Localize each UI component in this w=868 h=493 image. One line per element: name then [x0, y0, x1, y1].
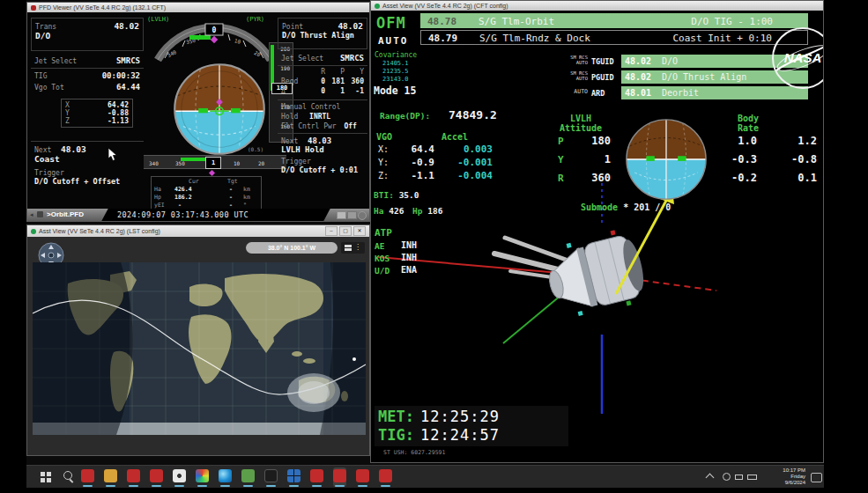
- arc-heading-box: 0: [212, 26, 217, 34]
- rate-y-2: -0.8: [764, 153, 817, 166]
- ha-unit: km: [243, 186, 250, 193]
- ctrl-jet-select-label: Jet Select: [281, 55, 323, 63]
- asset-titlebar[interactable]: Asset View (VV SeTe 4.4 RC 2g) (CFT conf…: [371, 1, 823, 11]
- covariance-value-3: 23143.0: [382, 76, 409, 83]
- delta-y: -1: [345, 87, 364, 95]
- app-icon-telemetry-6[interactable]: [379, 467, 392, 487]
- atp-kos-value: INH: [401, 253, 417, 262]
- yaw-tick-350: 350: [175, 160, 185, 166]
- ground-track-window: Asst View (VV SeTe 4.4 RC 2g) (LST confi…: [26, 224, 370, 456]
- battery-icon[interactable]: [747, 475, 757, 480]
- screen: PFD Viewer (VV SeTe 4.4 RC 2g) (132.1 CF…: [0, 0, 868, 493]
- body-rate-header: BodyRate: [738, 114, 759, 133]
- att-r-value: 360: [572, 172, 611, 184]
- edge-browser-icon[interactable]: [219, 467, 232, 487]
- submode-value: * 201 / 0: [623, 202, 671, 212]
- vgo-x-axis: X:: [378, 144, 389, 154]
- hp-perigee-value: 186: [427, 206, 442, 216]
- pointing-control-panel: Point 48.02 D/O Thrust Align Jet Select …: [278, 18, 367, 208]
- app-icon-telemetry-4[interactable]: [310, 467, 323, 487]
- app-icon-telemetry-3[interactable]: [150, 467, 163, 487]
- app-icon-telemetry-5[interactable]: [356, 467, 369, 487]
- map-close-button[interactable]: ✕: [353, 226, 366, 236]
- reqd-y: 360: [345, 77, 364, 85]
- search-icon[interactable]: [63, 471, 72, 480]
- atp-label: ATP: [375, 227, 392, 239]
- met-value: 12:25:29: [420, 408, 500, 425]
- app-icon-paint[interactable]: [196, 467, 209, 487]
- app-icon-grid[interactable]: [287, 467, 300, 487]
- guid-1-tag: PGUID: [591, 73, 614, 82]
- ctrl-trigger-value: D/O Cutoff + 0:01: [281, 166, 364, 174]
- pfd-window-title: PFD Viewer (VV SeTe 4.4 RC 2g) (132.1 CF…: [39, 4, 166, 11]
- tray-date: 9/6/2024: [761, 480, 805, 486]
- tab-back-icon[interactable]: ◂: [30, 211, 33, 218]
- pfd-body: Trans 48.02 D/O Jet Select SMRCS TIG 00:…: [27, 12, 369, 209]
- ctrl-jet-select-value: SMRCS: [340, 54, 364, 63]
- guid-2-name: Deorbit: [662, 88, 699, 98]
- point-value: 48.02: [338, 21, 363, 31]
- submode-label: Submode: [581, 202, 618, 212]
- ethernet-icon[interactable]: [735, 475, 743, 480]
- map-layers-button[interactable]: ⋮: [341, 242, 365, 254]
- usm-footer: ST USH: 6027.29591: [383, 449, 445, 456]
- vgo-tot-value: 64.44: [116, 83, 140, 92]
- starliner-capsule: [541, 225, 650, 322]
- trans-value: 48.02: [114, 21, 139, 31]
- vgo-y-axis: Y:: [378, 158, 389, 167]
- guid-2-tag: ARD: [591, 89, 605, 98]
- app-icon-telemetry-active[interactable]: [333, 467, 346, 487]
- map-minimize-button[interactable]: –: [325, 226, 338, 236]
- map-titlebar[interactable]: Asst View (VV SeTe 4.4 RC 2g) (LST confi…: [27, 225, 369, 237]
- tig-clock-value: 12:24:57: [420, 426, 500, 444]
- night-shadow-west: [33, 262, 133, 435]
- att-p-value: 180: [572, 135, 611, 147]
- tray-expand-chevron[interactable]: [706, 474, 715, 482]
- arc-tick-10: 10: [234, 37, 241, 45]
- tab-window-icon-2[interactable]: [347, 211, 357, 219]
- hp-unit: km: [243, 194, 250, 201]
- world-map[interactable]: [33, 262, 366, 435]
- yaw-tick-340: 340: [149, 160, 159, 166]
- pfd-app-icon: [31, 5, 36, 11]
- start-button[interactable]: [41, 472, 45, 476]
- accel-header: Accel: [441, 132, 468, 142]
- next-value: 48.03: [61, 144, 86, 154]
- app-icon-document[interactable]: [241, 467, 255, 487]
- hp-perigee-label: Hp: [412, 206, 422, 216]
- ctrl-next-label: Next: [281, 137, 298, 145]
- flt-cntrl-pwr-value: Off: [344, 122, 356, 130]
- app-icon-camera[interactable]: [173, 467, 186, 487]
- network-icon[interactable]: [723, 473, 731, 481]
- app-icon-media[interactable]: [264, 467, 278, 487]
- tab-gear-icon[interactable]: [358, 211, 367, 220]
- tab-window-icon-1[interactable]: [337, 211, 346, 219]
- hp-cur: 186.2: [174, 194, 192, 201]
- point-mode: D/O Thrust Align: [282, 31, 363, 40]
- hold-value: INRTL: [309, 113, 330, 121]
- trans-mode: D/O: [35, 31, 139, 40]
- tray-clock[interactable]: 10:17 PM Friday 9/6/2024: [761, 467, 805, 486]
- pfd-titlebar[interactable]: PFD Viewer (VV SeTe 4.4 RC 2g) (132.1 CF…: [27, 3, 369, 12]
- asset-view-window: Asset View (VV SeTe 4.4 RC 2g) (CFT conf…: [370, 0, 824, 463]
- trigger-label: Trigger: [34, 169, 140, 177]
- app-icon-telemetry-2[interactable]: [127, 467, 140, 487]
- notification-center-icon[interactable]: [811, 473, 822, 482]
- atp-ud-value: ENA: [401, 265, 417, 275]
- tab-orbit-pfd[interactable]: >Orbit.PFD: [47, 210, 84, 218]
- asset-body: OFM AUTO 48.78 S/G Tlm-Orbit D/O TIG - 1…: [371, 11, 823, 462]
- yaw-tick-20: 20: [258, 160, 264, 166]
- timeline-1-time: Coast Init + 0:10: [672, 33, 772, 44]
- jet-select-value: SMRCS: [116, 56, 140, 65]
- ha-cur: 426.4: [174, 186, 192, 193]
- vgo-header: VGO: [376, 132, 392, 142]
- map-maximize-button[interactable]: ▢: [339, 226, 352, 236]
- app-icon-telemetry-1[interactable]: [81, 467, 94, 487]
- ofm-auto-label: AUTO: [378, 35, 409, 47]
- timeline-0-name: S/G Tlm-Orbit: [479, 16, 554, 27]
- y-axis-line: [503, 291, 567, 343]
- range-value: 74849.2: [449, 108, 497, 121]
- att-y-value: 1: [572, 153, 611, 166]
- folder-icon[interactable]: [104, 467, 117, 487]
- tab-panel-icon[interactable]: [37, 211, 43, 217]
